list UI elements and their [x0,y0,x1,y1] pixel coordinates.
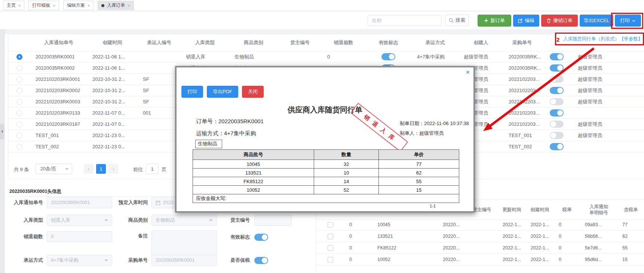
goto-page-input[interactable] [146,164,159,174]
cell: 2022102203... [503,119,541,130]
row-checkbox[interactable] [328,234,333,239]
table-row[interactable]: 01004520220...2022-1...2022-1...009a93..… [316,219,644,231]
toggle[interactable] [550,98,564,105]
tab[interactable]: 编辑方案× [63,1,93,10]
cell: 2022-1... [498,254,526,265]
toggle[interactable] [550,132,564,139]
cell: 20220... [438,231,466,242]
table-row[interactable]: 0FK8512220220...2022-1...2022-1...05e7d6… [316,242,644,254]
in-type-select[interactable]: 销退入库 [47,215,112,226]
row-radio[interactable] [16,133,22,139]
main-table-header: 入库通知单号创建时间承运人编号入库类型商品类别货主编号销退箱数有效标志承运方式创… [9,34,644,51]
print-dropdown-item[interactable]: 入库随货同行单（列表式）【带参数】 [556,36,643,42]
cell: 2022-1... [526,219,554,230]
cell: 2022-11-06 1... [87,63,138,73]
row-radio[interactable] [16,99,22,105]
return-boxes-value: 0 [51,231,108,242]
cell: FK85122 [372,242,414,254]
modal-export-pdf-button[interactable]: 导出PDF [207,86,238,98]
close-icon[interactable]: × [88,3,90,8]
table-row[interactable]: 013352120220...2022-1...2022-1...056b56.… [316,231,644,242]
row-checkbox[interactable] [328,257,333,263]
search-button[interactable]: 搜索 [445,15,469,26]
cell: 77 [379,160,459,169]
owner-no-label: 货主编号 [208,215,250,226]
remark-textarea[interactable] [151,230,217,258]
modal-close-button[interactable]: 关闭 [242,86,264,98]
cell: 2022-11-23 0... [87,130,138,141]
made-date-value: 2022-11-06 10:37:38 [424,121,469,126]
carry-mode-value: 4+7集中采购 [51,255,102,266]
cell: 95d6d... [580,254,617,265]
page-size-select[interactable]: 20条/页 [36,164,72,174]
toggle[interactable] [550,64,564,72]
toggle[interactable] [550,87,564,94]
cell: 133521 [193,169,314,177]
close-icon[interactable]: × [128,3,130,8]
column-header: 有效标志 [365,34,412,51]
row-radio[interactable] [16,110,22,116]
row-radio[interactable] [16,121,22,127]
close-icon[interactable]: × [18,3,21,8]
tab[interactable]: 入库订单× [98,1,134,10]
row-radio[interactable] [16,65,22,71]
document-title: 供应商入库随货同行单 [177,105,473,115]
new-order-button[interactable]: 新订单 [478,15,511,27]
tab[interactable]: 主页× [3,1,24,10]
detail-table-body: 01004520220...2022-1...2022-1...009a93..… [316,219,644,266]
row-radio[interactable] [16,144,22,150]
carry-mode-select[interactable]: 4+7集中采购 [47,255,112,266]
row-checkbox[interactable] [328,245,333,251]
current-page-button[interactable]: 1 [96,164,106,174]
toggle[interactable] [550,109,564,116]
column-header: 含税单 [617,200,644,219]
cell: 0 [344,242,372,254]
row-radio[interactable] [16,54,22,60]
print-preview-dialog: × 打印 导出PDF 关闭 供应商入库随货同行单 订单号：20220035RK0… [175,66,475,213]
valid-flag-toggle[interactable] [254,234,268,241]
toggle[interactable] [550,76,564,83]
column-header: 商品类别 [229,34,278,51]
table-row[interactable]: 01005220220...2022-1...2022-1...095d6d..… [316,254,644,266]
cell: SF [138,85,181,96]
goods-cat-select[interactable]: 生物制品 [151,215,217,226]
bonded-toggle[interactable] [254,257,268,264]
table-row[interactable]: 20220035RK00012022-11-06 1...销退入库生物制品04+… [9,51,644,63]
cancel-order-button[interactable]: 撤销订单 [541,15,578,27]
cell: 32 [314,160,379,169]
row-radio[interactable] [16,88,22,94]
close-icon[interactable]: × [53,3,55,8]
next-page-button[interactable]: › [108,164,118,174]
prev-page-button[interactable]: ‹ [84,164,93,174]
table-row: FK851221455 [193,177,459,186]
return-boxes-field: 0 [47,231,112,242]
cell: 2022-11-07 0... [87,107,138,118]
order-no-value: 20220035RK0001 [218,118,264,124]
pagination-total: 共 9 条 [14,166,29,173]
modal-print-button[interactable]: 打印 [181,86,203,98]
sidebar-collapse-handle[interactable] [0,124,4,139]
edit-button[interactable]: 编辑 [513,15,539,27]
export-excel-button[interactable]: 导出EXCEL [580,15,613,27]
toggle[interactable] [550,143,564,150]
cell: SF [138,74,181,85]
plan-time-label: 预定入库时间 [105,197,148,208]
maker-value: 超级管理员 [419,130,444,136]
cell: 20220035RK0001 [30,51,87,62]
search-input[interactable] [368,15,442,26]
tab[interactable]: 打印模板× [28,1,59,10]
cell: 0 [344,219,372,230]
cell [138,51,181,62]
page-size-value: 20条/页 [40,166,56,172]
cell [138,130,181,141]
toggle[interactable] [550,121,564,128]
row-radio[interactable] [16,76,22,82]
owner-no-field[interactable] [254,215,292,226]
cell: 0 [554,219,580,230]
cell: 2022102203... [503,96,541,107]
toggle[interactable] [381,53,395,60]
close-icon[interactable]: × [466,67,470,77]
column-header: 入库通知单明细号 [580,200,617,219]
toggle[interactable] [550,53,564,60]
row-checkbox[interactable] [328,222,333,228]
